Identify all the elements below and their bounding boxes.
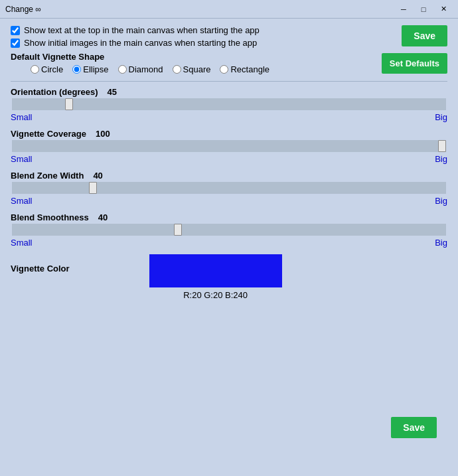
blend-zone-label-row: Blend Zone Width 40 <box>11 171 447 181</box>
radio-rectangle[interactable] <box>220 65 228 74</box>
blend-zone-small-big: Small Big <box>11 196 447 206</box>
coverage-big: Big <box>435 154 447 164</box>
set-defaults-button[interactable]: Set Defaults <box>382 53 447 74</box>
blend-zone-label: Blend Zone Width <box>11 171 84 181</box>
color-value-text: R:20 G:20 B:240 <box>183 290 248 300</box>
orientation-big: Big <box>435 112 447 122</box>
blend-smooth-small: Small <box>11 238 33 248</box>
main-content: Save Set Defaults Show text at the top i… <box>0 19 458 457</box>
title-text: Change ∞ <box>5 5 394 14</box>
radio-square[interactable] <box>173 65 181 74</box>
blend-zone-small: Small <box>11 196 33 206</box>
coverage-small: Small <box>11 154 33 164</box>
coverage-label-row: Vignette Coverage 100 <box>11 129 447 139</box>
blend-zone-section: Blend Zone Width 40 Small Big <box>11 171 447 206</box>
blend-smooth-label: Blend Smoothness <box>11 212 89 222</box>
orientation-slider-container <box>11 98 447 112</box>
radio-circle[interactable] <box>31 65 39 74</box>
radio-diamond[interactable] <box>118 65 127 74</box>
orientation-label: Orientation (degrees) <box>11 87 98 97</box>
blend-smooth-value: 40 <box>98 212 108 222</box>
color-swatch[interactable] <box>149 254 282 287</box>
blend-smooth-label-row: Blend Smoothness 40 <box>11 212 447 222</box>
radio-label-square[interactable]: Square <box>173 64 211 74</box>
save-button-top[interactable]: Save <box>402 25 447 46</box>
blend-zone-big: Big <box>435 196 447 206</box>
orientation-value: 45 <box>107 87 116 97</box>
close-button[interactable]: ✕ <box>434 3 453 16</box>
title-bar-controls: ─ □ ✕ <box>394 3 453 16</box>
orientation-slider[interactable] <box>12 98 446 110</box>
orientation-small: Small <box>11 112 33 122</box>
maximize-button[interactable]: □ <box>414 3 433 16</box>
divider-1 <box>11 81 447 82</box>
show-images-label: Show initial images in the main canvas w… <box>24 38 257 48</box>
blend-smooth-slider[interactable] <box>12 224 446 236</box>
blend-smooth-slider-container <box>11 224 447 238</box>
radio-label-rectangle[interactable]: Rectangle <box>220 64 269 74</box>
coverage-section: Vignette Coverage 100 Small Big <box>11 129 447 164</box>
coverage-label: Vignette Coverage <box>11 129 86 139</box>
title-bar: Change ∞ ─ □ ✕ <box>0 0 458 19</box>
show-images-checkbox-row: Show initial images in the main canvas w… <box>11 38 447 48</box>
coverage-slider-container <box>11 140 447 154</box>
orientation-small-big: Small Big <box>11 112 447 122</box>
minimize-button[interactable]: ─ <box>394 3 413 16</box>
orientation-label-row: Orientation (degrees) 45 <box>11 87 447 97</box>
show-images-checkbox[interactable] <box>11 39 20 48</box>
coverage-small-big: Small Big <box>11 154 447 164</box>
blend-zone-slider-container <box>11 182 447 196</box>
blend-zone-slider[interactable] <box>12 182 446 194</box>
coverage-value: 100 <box>96 129 110 139</box>
blend-smooth-section: Blend Smoothness 40 Small Big <box>11 212 447 248</box>
show-text-label: Show text at the top in the main canvas … <box>24 25 260 35</box>
radio-ellipse[interactable] <box>72 65 81 74</box>
blend-zone-value: 40 <box>93 171 102 181</box>
blend-smooth-big: Big <box>435 238 447 248</box>
radio-label-circle[interactable]: Circle <box>31 64 63 74</box>
vignette-color-label: Vignette Color <box>11 254 70 274</box>
color-preview-area: R:20 G:20 B:240 <box>149 254 282 300</box>
vignette-color-section: Vignette Color R:20 G:20 B:240 <box>11 254 447 300</box>
blend-smooth-small-big: Small Big <box>11 238 447 248</box>
show-text-checkbox[interactable] <box>11 26 20 35</box>
orientation-section: Orientation (degrees) 45 Small Big <box>11 87 447 122</box>
radio-label-diamond[interactable]: Diamond <box>118 64 163 74</box>
coverage-slider[interactable] <box>12 140 446 152</box>
show-text-checkbox-row: Show text at the top in the main canvas … <box>11 25 447 35</box>
save-button-bottom[interactable]: Save <box>391 417 437 438</box>
radio-label-ellipse[interactable]: Ellipse <box>72 64 108 74</box>
